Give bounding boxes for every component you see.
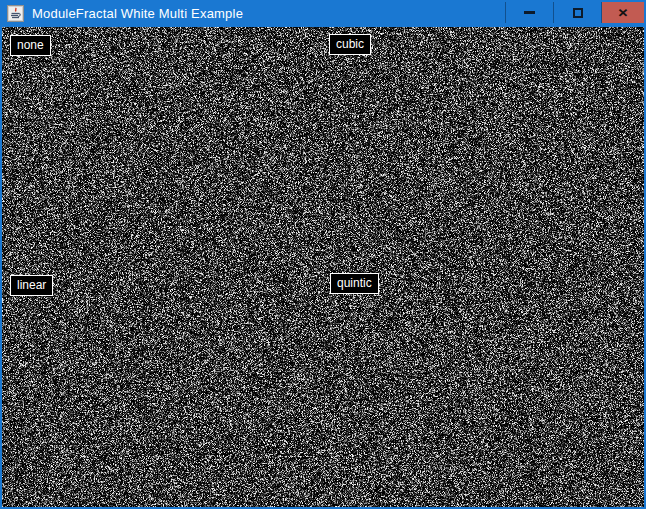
window-title: ModuleFractal White Multi Example [32,6,243,21]
java-coffee-cup-icon[interactable] [7,5,24,22]
app-window: ModuleFractal White Multi Example ✕ none… [0,0,646,509]
white-noise-canvas [2,27,644,507]
close-icon: ✕ [618,7,629,19]
noise-label-none: none [10,35,51,56]
maximize-button[interactable] [553,2,601,23]
minimize-button[interactable] [505,2,553,23]
maximize-icon [573,8,583,18]
minimize-icon [524,11,535,14]
noise-client-area: none cubic linear quintic [2,27,644,507]
noise-label-quintic: quintic [330,273,379,294]
noise-label-cubic: cubic [329,34,371,55]
caption-buttons: ✕ [505,2,644,23]
close-button[interactable]: ✕ [601,2,644,23]
noise-label-linear: linear [10,275,53,296]
